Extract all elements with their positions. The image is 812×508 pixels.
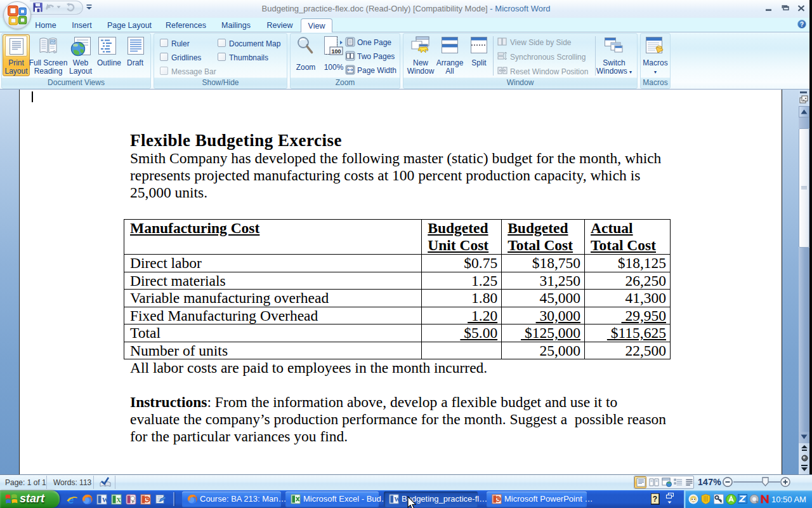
svg-text:100: 100 <box>331 48 341 55</box>
svg-text:X: X <box>117 497 122 504</box>
svg-text:W: W <box>102 497 107 504</box>
svg-text:W: W <box>394 497 399 503</box>
svg-text:?: ? <box>653 495 657 504</box>
